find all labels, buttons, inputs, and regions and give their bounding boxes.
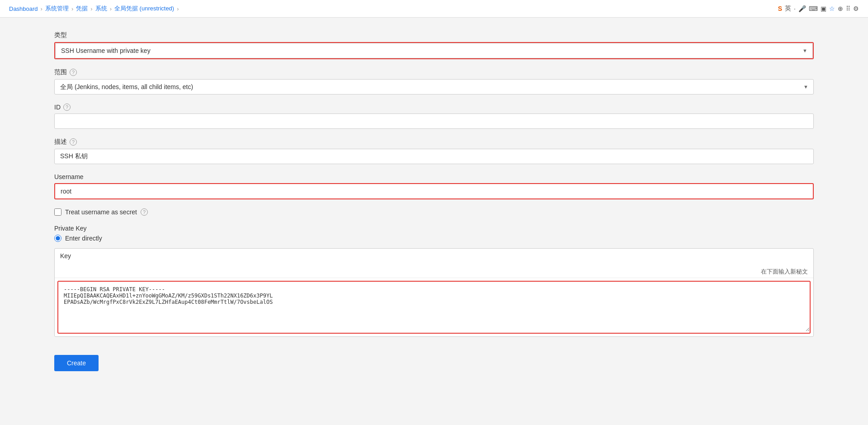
scope-select-wrapper: 全局 (Jenkins, nodes, items, all child ite… xyxy=(54,79,814,94)
description-section: 描述 ? xyxy=(54,138,814,164)
keyboard-icon[interactable]: ⌨ xyxy=(809,5,818,12)
description-label: 描述 ? xyxy=(54,138,814,146)
id-section: ID ? xyxy=(54,104,814,129)
id-label: ID ? xyxy=(54,104,814,111)
breadcrumb-dashboard[interactable]: Dashboard xyxy=(9,5,38,12)
key-area-hint: 在下面输入新秘文 xyxy=(55,264,813,278)
type-section: 类型 SSH Username with private key xyxy=(54,31,814,59)
breadcrumb-system[interactable]: 系统 xyxy=(95,5,107,13)
settings-icon[interactable]: ⚙ xyxy=(853,5,859,12)
mic-icon[interactable]: 🎤 xyxy=(798,5,806,12)
scope-help-icon[interactable]: ? xyxy=(70,69,77,76)
treat-username-label: Treat username as secret xyxy=(65,208,137,216)
key-textarea[interactable]: -----BEGIN RSA PRIVATE KEY----- MIIEpQIB… xyxy=(58,282,810,331)
description-input[interactable] xyxy=(54,149,814,164)
key-area-container: Key 在下面输入新秘文 -----BEGIN RSA PRIVATE KEY-… xyxy=(54,248,814,337)
toolbar-icons: S 英 · 🎤 ⌨ ▣ ☆ ⊕ ⠿ ⚙ xyxy=(778,5,859,13)
sep-2: › xyxy=(71,5,73,12)
sep-4: › xyxy=(110,5,112,12)
apps-icon[interactable]: ⠿ xyxy=(846,5,850,12)
enter-directly-option: Enter directly xyxy=(54,235,814,242)
treat-username-row: Treat username as secret ? xyxy=(54,208,814,216)
private-key-label: Private Key xyxy=(54,225,814,232)
username-input-wrapper xyxy=(54,183,814,199)
breadcrumb-credentials[interactable]: 凭据 xyxy=(76,5,88,13)
s-logo-icon: S xyxy=(778,5,782,12)
breadcrumb-global[interactable]: 全局凭据 (unrestricted) xyxy=(114,5,174,13)
type-label: 类型 xyxy=(54,31,814,39)
grid-icon[interactable]: ▣ xyxy=(821,5,826,12)
circle-icon[interactable]: ⊕ xyxy=(838,5,843,12)
breadcrumb-bar: Dashboard › 系统管理 › 凭据 › 系统 › 全局凭据 (unres… xyxy=(0,0,868,18)
dot-icon: · xyxy=(794,5,796,12)
key-textarea-wrapper: -----BEGIN RSA PRIVATE KEY----- MIIEpQIB… xyxy=(57,281,811,334)
main-content: 类型 SSH Username with private key 范围 ? 全局… xyxy=(0,18,868,398)
treat-username-checkbox[interactable] xyxy=(54,208,61,216)
scope-select[interactable]: 全局 (Jenkins, nodes, items, all child ite… xyxy=(54,79,814,94)
username-label: Username xyxy=(54,173,814,180)
id-input[interactable] xyxy=(54,113,814,129)
scope-section: 范围 ? 全局 (Jenkins, nodes, items, all chil… xyxy=(54,68,814,94)
private-key-section: Private Key Enter directly Key 在下面输入新秘文 … xyxy=(54,225,814,337)
type-select-wrapper: SSH Username with private key xyxy=(54,42,814,59)
treat-username-section: Treat username as secret ? xyxy=(54,208,814,216)
id-help-icon[interactable]: ? xyxy=(63,104,71,111)
star-icon[interactable]: ☆ xyxy=(829,5,835,12)
username-section: Username xyxy=(54,173,814,199)
description-help-icon[interactable]: ? xyxy=(70,138,77,146)
lang-icon[interactable]: 英 xyxy=(785,5,791,13)
username-input[interactable] xyxy=(55,184,813,198)
key-sublabel: Key xyxy=(55,249,813,261)
create-button[interactable]: Create xyxy=(54,355,99,371)
enter-directly-radio[interactable] xyxy=(54,235,61,242)
sep-3: › xyxy=(90,5,92,12)
treat-username-help-icon[interactable]: ? xyxy=(141,208,148,216)
sep-5: › xyxy=(177,5,179,12)
type-select[interactable]: SSH Username with private key xyxy=(55,43,813,58)
enter-directly-label: Enter directly xyxy=(65,235,102,242)
sep-1: › xyxy=(41,5,42,12)
breadcrumb-sysadmin[interactable]: 系统管理 xyxy=(45,5,69,13)
scope-label: 范围 ? xyxy=(54,68,814,76)
